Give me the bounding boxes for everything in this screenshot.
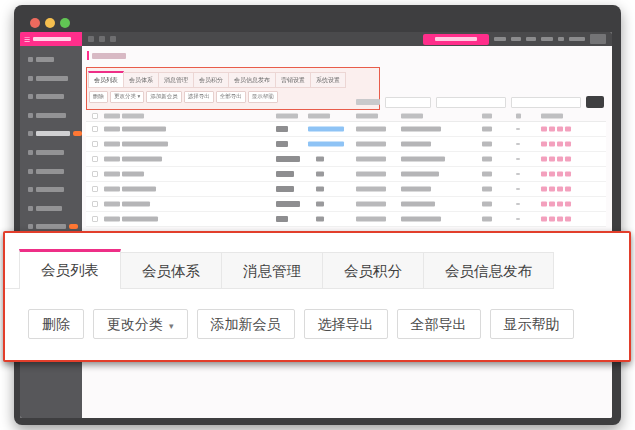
- action-link-blurred[interactable]: [549, 157, 555, 162]
- sidebar-item[interactable]: [28, 206, 62, 211]
- action-link-blurred[interactable]: [541, 187, 547, 192]
- row-actions[interactable]: [541, 187, 571, 192]
- action-link-blurred[interactable]: [565, 217, 571, 222]
- email-link-blurred[interactable]: [316, 202, 324, 207]
- tab-small-系统设置[interactable]: 系统设置: [310, 72, 346, 88]
- email-link-blurred[interactable]: [316, 217, 324, 222]
- tab-消息管理[interactable]: 消息管理: [221, 252, 323, 289]
- action-link-blurred[interactable]: [541, 142, 547, 147]
- action-link-blurred[interactable]: [557, 127, 563, 132]
- action-link-blurred[interactable]: [541, 217, 547, 222]
- close-button[interactable]: [30, 18, 40, 28]
- tab-会员积分[interactable]: 会员积分: [322, 252, 424, 289]
- sidebar-item[interactable]: [28, 169, 64, 174]
- sidebar-item[interactable]: [28, 94, 64, 99]
- row-checkbox[interactable]: [92, 141, 98, 147]
- email-link-blurred[interactable]: [316, 157, 324, 162]
- select-all-checkbox[interactable]: [92, 113, 98, 119]
- 更改分类-button[interactable]: 更改分类▾: [93, 309, 188, 339]
- action-link-blurred[interactable]: [549, 202, 555, 207]
- tab-会员信息发布[interactable]: 会员信息发布: [423, 252, 554, 289]
- row-actions[interactable]: [541, 217, 571, 222]
- row-checkbox[interactable]: [92, 201, 98, 207]
- search-field-select[interactable]: [385, 97, 431, 108]
- sidebar-item[interactable]: [28, 57, 54, 62]
- action-link-blurred[interactable]: [557, 157, 563, 162]
- 更改分类-button-small[interactable]: 更改分类 ▾: [110, 91, 144, 103]
- row-actions[interactable]: [541, 157, 571, 162]
- action-link-blurred[interactable]: [541, 127, 547, 132]
- action-link-blurred[interactable]: [557, 142, 563, 147]
- row-checkbox[interactable]: [92, 171, 98, 177]
- 选择导出-button-small[interactable]: 选择导出: [184, 91, 214, 103]
- 添加新会员-button-small[interactable]: 添加新会员: [146, 91, 182, 103]
- action-link-blurred[interactable]: [549, 172, 555, 177]
- action-link-blurred[interactable]: [541, 202, 547, 207]
- row-actions[interactable]: [541, 202, 571, 207]
- sidebar-item[interactable]: [28, 187, 64, 192]
- 全部导出-button[interactable]: 全部导出: [397, 309, 481, 339]
- app-logo[interactable]: ☰: [20, 32, 82, 46]
- minimize-button[interactable]: [45, 18, 55, 28]
- tab-small-营销设置[interactable]: 营销设置: [275, 72, 311, 88]
- row-checkbox[interactable]: [92, 156, 98, 162]
- upgrade-button[interactable]: [423, 34, 489, 45]
- tab-small-会员列表[interactable]: 会员列表: [88, 71, 124, 88]
- email-link-blurred[interactable]: [308, 127, 344, 132]
- logout-button[interactable]: [590, 34, 606, 44]
- 添加新会员-button[interactable]: 添加新会员: [197, 309, 295, 339]
- 显示帮助-button[interactable]: 显示帮助: [490, 309, 574, 339]
- action-link-blurred[interactable]: [557, 187, 563, 192]
- action-link-blurred[interactable]: [565, 172, 571, 177]
- action-link-blurred[interactable]: [565, 142, 571, 147]
- row-actions[interactable]: [541, 142, 571, 147]
- email-link-blurred[interactable]: [316, 172, 324, 177]
- sidebar-item[interactable]: [28, 76, 68, 81]
- search-input[interactable]: [511, 97, 581, 108]
- top-nav-link[interactable]: [558, 37, 564, 41]
- action-link-blurred[interactable]: [549, 187, 555, 192]
- 删除-button[interactable]: 删除: [28, 309, 84, 339]
- sidebar-item[interactable]: [28, 224, 78, 229]
- action-link-blurred[interactable]: [557, 172, 563, 177]
- action-link-blurred[interactable]: [541, 157, 547, 162]
- tab-small-会员积分[interactable]: 会员积分: [193, 72, 229, 88]
- row-checkbox[interactable]: [92, 216, 98, 222]
- email-link-blurred[interactable]: [308, 142, 344, 147]
- email-link-blurred[interactable]: [316, 187, 324, 192]
- tab-small-会员体系[interactable]: 会员体系: [123, 72, 159, 88]
- top-nav-link[interactable]: [511, 37, 521, 41]
- search-button[interactable]: [586, 96, 604, 108]
- action-link-blurred[interactable]: [549, 142, 555, 147]
- sidebar-item[interactable]: [28, 113, 66, 118]
- home-icon[interactable]: [88, 36, 94, 42]
- row-checkbox[interactable]: [92, 186, 98, 192]
- tab-会员体系[interactable]: 会员体系: [120, 252, 222, 289]
- row-actions[interactable]: [541, 172, 571, 177]
- action-link-blurred[interactable]: [557, 217, 563, 222]
- action-link-blurred[interactable]: [565, 157, 571, 162]
- action-link-blurred[interactable]: [541, 172, 547, 177]
- 显示帮助-button-small[interactable]: 显示帮助: [248, 91, 278, 103]
- action-link-blurred[interactable]: [565, 187, 571, 192]
- maximize-button[interactable]: [60, 18, 70, 28]
- tab-会员列表[interactable]: 会员列表: [19, 249, 121, 289]
- 全部导出-button-small[interactable]: 全部导出: [216, 91, 246, 103]
- row-actions[interactable]: [541, 127, 571, 132]
- row-checkbox[interactable]: [92, 126, 98, 132]
- tab-small-消息管理[interactable]: 消息管理: [158, 72, 194, 88]
- refresh-icon[interactable]: [99, 36, 105, 42]
- top-nav-link[interactable]: [494, 37, 506, 41]
- search-category-select[interactable]: [436, 97, 506, 108]
- action-link-blurred[interactable]: [557, 202, 563, 207]
- top-nav-link[interactable]: [541, 37, 553, 41]
- action-link-blurred[interactable]: [565, 202, 571, 207]
- action-link-blurred[interactable]: [549, 127, 555, 132]
- 删除-button-small[interactable]: 删除: [89, 91, 108, 103]
- sidebar-item[interactable]: [28, 131, 82, 136]
- bookmark-icon[interactable]: [110, 36, 116, 42]
- top-nav-link[interactable]: [526, 37, 536, 41]
- sidebar-item[interactable]: [28, 150, 64, 155]
- user-account-link[interactable]: [569, 37, 585, 41]
- tab-small-会员信息发布[interactable]: 会员信息发布: [228, 72, 276, 88]
